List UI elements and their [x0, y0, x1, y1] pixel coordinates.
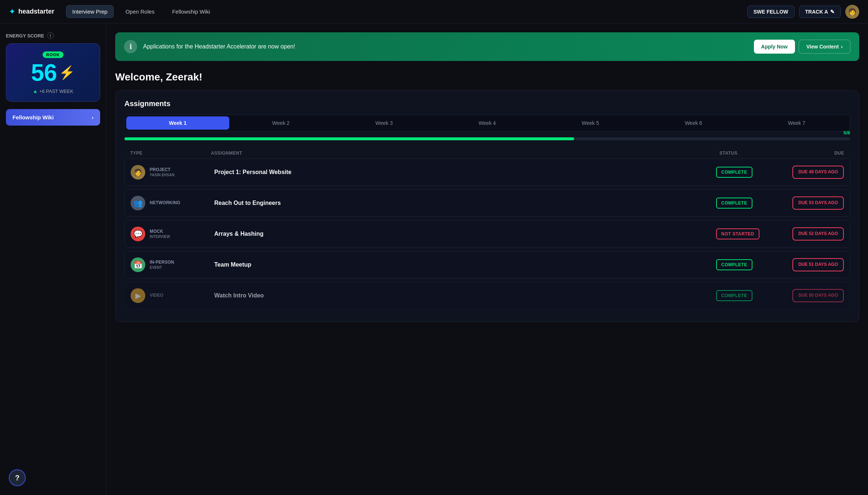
- week-tabs: Week 1 Week 2 Week 3 Week 4 Week 5 Week …: [124, 115, 850, 131]
- energy-section: Energy Score i ROOK 56 ⚡ ▲ +6 PAST WEEK: [6, 32, 100, 102]
- chevron-right-icon: ›: [841, 44, 843, 50]
- due-cell: DUE 53 DAYS AGO: [785, 196, 844, 210]
- assignment-name: Project 1: Personal Website: [214, 169, 713, 176]
- main-content: ℹ Applications for the Headstarter Accel…: [106, 24, 868, 495]
- type-cell: 🧑 PROJECT YASIN EHSAN: [131, 165, 211, 180]
- table-header: TYPE ASSIGNMENT STATUS DUE: [124, 148, 850, 159]
- progress-bar-fill: [124, 137, 574, 140]
- tab-week-1[interactable]: Week 1: [126, 116, 229, 130]
- avatar[interactable]: 🧑: [845, 5, 859, 19]
- nav-fellowship-wiki[interactable]: Fellowship Wiki: [166, 6, 216, 18]
- navbar: ✦ headstarter Interview Prep Open Roles …: [0, 0, 868, 24]
- type-cell: ▶ VIDEO: [131, 288, 211, 303]
- fellowship-wiki-button[interactable]: Fellowship Wiki ›: [6, 109, 100, 126]
- welcome-title: Welcome, Zeerak!: [115, 71, 859, 83]
- tab-week-7[interactable]: Week 7: [745, 116, 848, 130]
- logo-text: headstarter: [18, 8, 54, 15]
- due-badge: DUE 51 DAYS AGO: [792, 258, 844, 271]
- energy-label: Energy Score i: [6, 32, 100, 39]
- chevron-right-icon: ›: [92, 114, 94, 120]
- swe-fellow-button[interactable]: SWE FELLOW: [747, 6, 795, 18]
- view-content-button[interactable]: View Content ›: [799, 40, 850, 54]
- progress-bar-bg: [124, 137, 850, 140]
- networking-icon: 👥: [131, 196, 145, 210]
- due-cell: DUE 50 DAYS AGO: [785, 289, 844, 302]
- logo-icon: ✦: [9, 7, 15, 17]
- logo[interactable]: ✦ headstarter: [9, 7, 54, 17]
- sidebar: Energy Score i ROOK 56 ⚡ ▲ +6 PAST WEEK …: [0, 24, 106, 495]
- status-cell: COMPLETE: [716, 198, 782, 209]
- type-cell: 👥 NETWORKING: [131, 196, 211, 210]
- status-badge: COMPLETE: [716, 198, 752, 209]
- due-badge: DUE 50 DAYS AGO: [792, 289, 844, 302]
- progress-container: 5/8: [124, 137, 850, 140]
- banner-actions: Apply Now View Content ›: [754, 40, 850, 54]
- status-cell: COMPLETE: [716, 290, 782, 301]
- status-cell: COMPLETE: [716, 259, 782, 270]
- mock-icon: 💬: [131, 227, 145, 241]
- table-row[interactable]: 🧑 PROJECT YASIN EHSAN Project 1: Persona…: [124, 159, 850, 186]
- col-type: TYPE: [130, 151, 211, 156]
- type-cell: 📅 IN-PERSON EVENT: [131, 257, 211, 272]
- assignment-name: Team Meetup: [214, 261, 713, 268]
- delta-up-icon: ▲: [33, 88, 38, 94]
- assignment-name: Reach Out to Engineers: [214, 200, 713, 206]
- col-status: STATUS: [719, 151, 785, 156]
- energy-score-value: 56 ⚡: [14, 61, 92, 84]
- status-badge: NOT STARTED: [716, 228, 759, 239]
- progress-label: 5/8: [843, 130, 850, 136]
- table-row[interactable]: 📅 IN-PERSON EVENT Team Meetup COMPLETE D…: [124, 251, 850, 278]
- assignment-name: Watch Intro Video: [214, 292, 713, 299]
- nav-right: SWE FELLOW TRACK A ✎ 🧑: [747, 5, 859, 19]
- tab-week-6[interactable]: Week 6: [642, 116, 745, 130]
- tab-week-2[interactable]: Week 2: [229, 116, 332, 130]
- tab-week-4[interactable]: Week 4: [435, 116, 539, 130]
- track-button[interactable]: TRACK A ✎: [799, 6, 841, 18]
- assignments-title: Assignments: [124, 100, 850, 108]
- nav-open-roles[interactable]: Open Roles: [120, 6, 160, 18]
- assignment-name: Arrays & Hashing: [214, 231, 713, 237]
- layout: Energy Score i ROOK 56 ⚡ ▲ +6 PAST WEEK …: [0, 24, 868, 495]
- info-icon[interactable]: i: [47, 32, 54, 39]
- due-badge: DUE 53 DAYS AGO: [792, 196, 844, 210]
- tab-week-5[interactable]: Week 5: [539, 116, 642, 130]
- col-assignment: ASSIGNMENT: [211, 151, 719, 156]
- status-badge: COMPLETE: [716, 167, 752, 178]
- event-icon: 📅: [131, 257, 145, 272]
- energy-card: ROOK 56 ⚡ ▲ +6 PAST WEEK: [6, 43, 100, 102]
- help-button[interactable]: ?: [9, 469, 26, 486]
- rank-badge: ROOK: [43, 51, 63, 58]
- energy-delta: ▲ +6 PAST WEEK: [14, 88, 92, 94]
- edit-icon: ✎: [830, 9, 835, 15]
- project-icon: 🧑: [131, 165, 145, 180]
- status-cell: NOT STARTED: [716, 228, 782, 239]
- tab-week-3[interactable]: Week 3: [332, 116, 435, 130]
- apply-now-button[interactable]: Apply Now: [754, 40, 795, 54]
- table-row[interactable]: 👥 NETWORKING Reach Out to Engineers COMP…: [124, 189, 850, 217]
- table-row[interactable]: 💬 MOCK INTERVIEW Arrays & Hashing NOT ST…: [124, 220, 850, 248]
- due-badge: DUE 52 DAYS AGO: [792, 227, 844, 241]
- status-badge: COMPLETE: [716, 290, 752, 301]
- video-icon: ▶: [131, 288, 145, 303]
- assignments-card: Assignments Week 1 Week 2 Week 3 Week 4 …: [115, 90, 859, 322]
- announcement-banner: ℹ Applications for the Headstarter Accel…: [115, 32, 859, 61]
- info-banner-icon: ℹ: [124, 40, 137, 53]
- due-cell: DUE 49 DAYS AGO: [785, 166, 844, 179]
- type-cell: 💬 MOCK INTERVIEW: [131, 227, 211, 241]
- bolt-icon: ⚡: [59, 66, 75, 79]
- banner-text: Applications for the Headstarter Acceler…: [143, 43, 748, 50]
- status-cell: COMPLETE: [716, 167, 782, 178]
- nav-interview-prep[interactable]: Interview Prep: [66, 5, 114, 18]
- due-badge: DUE 49 DAYS AGO: [792, 166, 844, 179]
- col-due: DUE: [785, 151, 844, 156]
- track-label: TRACK A: [805, 9, 828, 15]
- due-cell: DUE 52 DAYS AGO: [785, 227, 844, 241]
- status-badge: COMPLETE: [716, 259, 752, 270]
- table-row[interactable]: ▶ VIDEO Watch Intro Video COMPLETE DUE 5…: [124, 282, 850, 309]
- due-cell: DUE 51 DAYS AGO: [785, 258, 844, 271]
